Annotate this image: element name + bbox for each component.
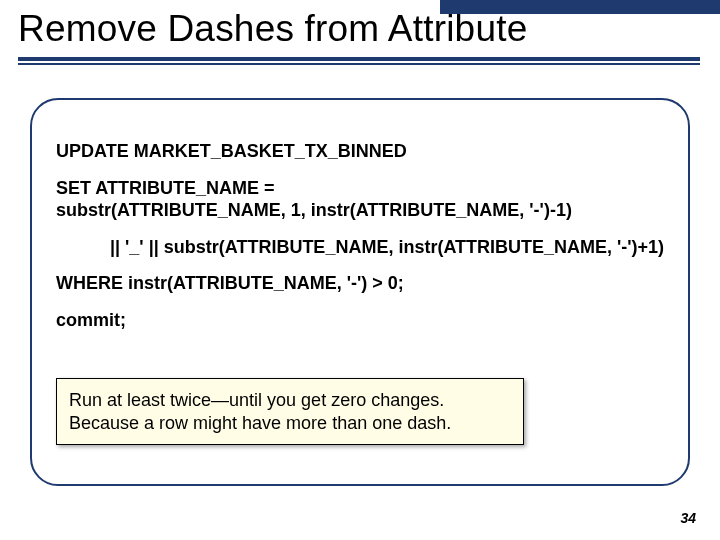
sql-where: WHERE instr(ATTRIBUTE_NAME, '-') > 0;: [56, 272, 668, 295]
sql-block: UPDATE MARKET_BASKET_TX_BINNED SET ATTRI…: [56, 140, 668, 345]
sql-commit: commit;: [56, 309, 668, 332]
top-accent-bar: [440, 0, 720, 14]
note-line2: Because a row might have more than one d…: [69, 413, 451, 433]
slide: Remove Dashes from Attribute UPDATE MARK…: [0, 0, 720, 540]
page-number: 34: [680, 510, 696, 526]
sql-update: UPDATE MARKET_BASKET_TX_BINNED: [56, 140, 668, 163]
sql-set: SET ATTRIBUTE_NAME = substr(ATTRIBUTE_NA…: [56, 177, 668, 222]
sql-set-line1: SET ATTRIBUTE_NAME =: [56, 178, 275, 198]
note-callout: Run at least twice—until you get zero ch…: [56, 378, 524, 445]
sql-set-line2: substr(ATTRIBUTE_NAME, 1, instr(ATTRIBUT…: [56, 200, 572, 220]
title-underline-thick: [18, 57, 700, 61]
slide-title: Remove Dashes from Attribute: [18, 8, 700, 51]
sql-concat: || '_' || substr(ATTRIBUTE_NAME, instr(A…: [56, 236, 668, 259]
note-line1: Run at least twice—until you get zero ch…: [69, 390, 444, 410]
title-underline-thin: [18, 63, 700, 65]
